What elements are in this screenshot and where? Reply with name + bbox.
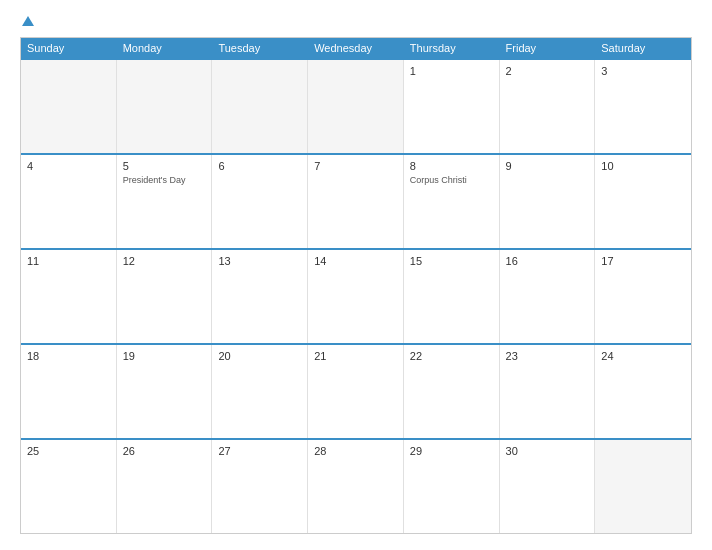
day-number: 23 — [506, 350, 589, 362]
logo — [20, 16, 34, 27]
day-header-thursday: Thursday — [404, 38, 500, 58]
day-number: 10 — [601, 160, 685, 172]
day-number: 21 — [314, 350, 397, 362]
day-cell — [21, 60, 117, 153]
day-header-friday: Friday — [500, 38, 596, 58]
day-number: 29 — [410, 445, 493, 457]
day-cell: 19 — [117, 345, 213, 438]
day-header-sunday: Sunday — [21, 38, 117, 58]
day-cell: 22 — [404, 345, 500, 438]
week-row-3: 11121314151617 — [21, 248, 691, 343]
day-cell: 1 — [404, 60, 500, 153]
day-cell — [308, 60, 404, 153]
day-cell: 7 — [308, 155, 404, 248]
day-number: 17 — [601, 255, 685, 267]
day-cell: 6 — [212, 155, 308, 248]
day-cell: 17 — [595, 250, 691, 343]
day-cell: 25 — [21, 440, 117, 533]
day-cell: 5President's Day — [117, 155, 213, 248]
day-header-tuesday: Tuesday — [212, 38, 308, 58]
day-cell: 9 — [500, 155, 596, 248]
day-number: 16 — [506, 255, 589, 267]
day-cell: 11 — [21, 250, 117, 343]
day-number: 2 — [506, 65, 589, 77]
day-cell: 3 — [595, 60, 691, 153]
weeks: 12345President's Day678Corpus Christi910… — [21, 58, 691, 533]
day-number: 28 — [314, 445, 397, 457]
day-number: 7 — [314, 160, 397, 172]
day-number: 1 — [410, 65, 493, 77]
day-cell: 27 — [212, 440, 308, 533]
day-cell: 16 — [500, 250, 596, 343]
day-cell: 2 — [500, 60, 596, 153]
calendar-header — [20, 16, 692, 27]
day-number: 20 — [218, 350, 301, 362]
day-number: 18 — [27, 350, 110, 362]
week-row-4: 18192021222324 — [21, 343, 691, 438]
day-number: 9 — [506, 160, 589, 172]
day-cell: 26 — [117, 440, 213, 533]
day-cell: 24 — [595, 345, 691, 438]
day-number: 15 — [410, 255, 493, 267]
day-cell: 28 — [308, 440, 404, 533]
day-number: 24 — [601, 350, 685, 362]
day-cell: 30 — [500, 440, 596, 533]
day-number: 22 — [410, 350, 493, 362]
calendar: SundayMondayTuesdayWednesdayThursdayFrid… — [20, 37, 692, 534]
week-row-1: 123 — [21, 58, 691, 153]
day-number: 13 — [218, 255, 301, 267]
day-cell: 13 — [212, 250, 308, 343]
day-number: 11 — [27, 255, 110, 267]
day-cell — [117, 60, 213, 153]
day-cell: 14 — [308, 250, 404, 343]
day-number: 3 — [601, 65, 685, 77]
day-cell: 15 — [404, 250, 500, 343]
day-number: 27 — [218, 445, 301, 457]
day-number: 4 — [27, 160, 110, 172]
day-cell: 21 — [308, 345, 404, 438]
logo-triangle-icon — [22, 16, 34, 26]
day-cell — [212, 60, 308, 153]
day-cell: 20 — [212, 345, 308, 438]
day-header-wednesday: Wednesday — [308, 38, 404, 58]
day-number: 26 — [123, 445, 206, 457]
day-number: 12 — [123, 255, 206, 267]
day-headers: SundayMondayTuesdayWednesdayThursdayFrid… — [21, 38, 691, 58]
day-header-saturday: Saturday — [595, 38, 691, 58]
day-number: 30 — [506, 445, 589, 457]
week-row-2: 45President's Day678Corpus Christi910 — [21, 153, 691, 248]
day-number: 14 — [314, 255, 397, 267]
day-cell: 4 — [21, 155, 117, 248]
day-cell: 8Corpus Christi — [404, 155, 500, 248]
logo-blue-text — [20, 16, 34, 27]
day-cell: 23 — [500, 345, 596, 438]
day-number: 6 — [218, 160, 301, 172]
day-number: 25 — [27, 445, 110, 457]
day-cell: 12 — [117, 250, 213, 343]
day-cell: 10 — [595, 155, 691, 248]
day-header-monday: Monday — [117, 38, 213, 58]
week-row-5: 252627282930 — [21, 438, 691, 533]
day-cell — [595, 440, 691, 533]
day-cell: 18 — [21, 345, 117, 438]
day-number: 5 — [123, 160, 206, 172]
day-number: 8 — [410, 160, 493, 172]
day-number: 19 — [123, 350, 206, 362]
event-label: Corpus Christi — [410, 175, 493, 185]
day-cell: 29 — [404, 440, 500, 533]
event-label: President's Day — [123, 175, 206, 185]
